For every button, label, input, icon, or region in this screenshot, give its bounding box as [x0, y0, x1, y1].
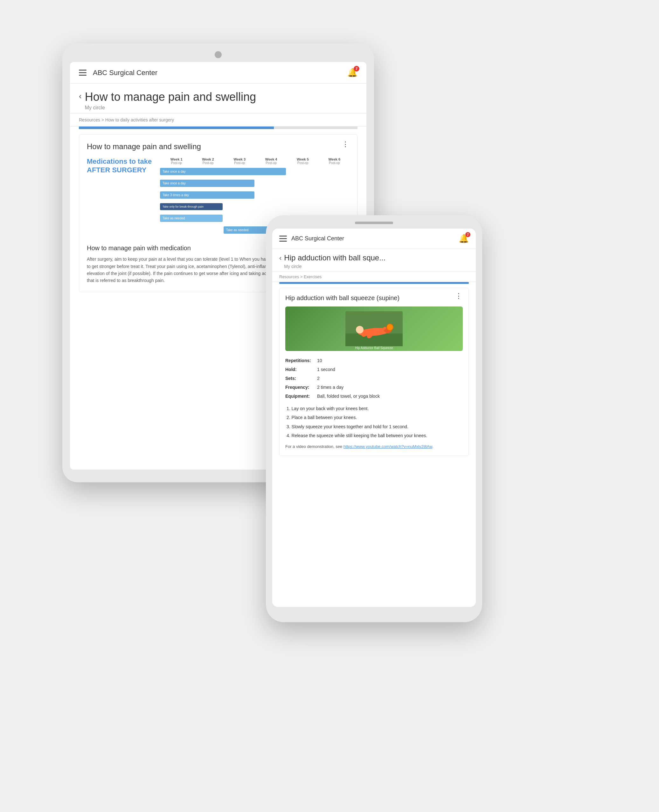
phone-card: Hip adduction with ball squeeze (supine)… — [279, 288, 469, 456]
phone-header-left: ABC Surgical Center — [279, 235, 344, 242]
exercise-instructions: 1. Lay on your back with your knees bent… — [285, 405, 463, 439]
breadcrumb: Resources > How to daily activities afte… — [70, 113, 366, 126]
phone-screen: ABC Surgical Center 🔔 7 ‹ Hip adduction … — [272, 228, 476, 607]
instruction-3: 3. Slowly squeeze your knees together an… — [285, 423, 463, 430]
phone-breadcrumb: Resources > Exercises — [272, 272, 476, 282]
progress-bar-fill — [79, 126, 274, 129]
med-pill-constipation: Take as needed — [160, 215, 222, 222]
exercise-illustration — [345, 311, 403, 346]
frequency-label: Frequency: — [285, 383, 317, 392]
sets-row: Sets: 2 — [285, 374, 463, 383]
phone-card-header: Hip adduction with ball squeeze (supine)… — [285, 294, 463, 302]
content-card-header: How to manage pain and swelling ⋮ — [87, 142, 350, 151]
med-row-anti-inflammatory: Take once a day — [160, 179, 350, 187]
back-row: ‹ How to manage pain and swelling My cir… — [79, 90, 358, 111]
svg-point-3 — [356, 326, 364, 334]
med-row-anticoagulant: Take once a day — [160, 168, 350, 175]
tablet-camera — [215, 51, 222, 58]
app-name: ABC Surgical Center — [93, 69, 158, 77]
sets-label: Sets: — [285, 374, 317, 383]
menu-icon[interactable] — [79, 70, 87, 76]
repetitions-label: Repetitions: — [285, 356, 317, 365]
video-link-suffix: . — [432, 444, 434, 449]
med-pill-acetaminophen: Take 3 times a day — [160, 191, 254, 199]
instruction-4: 4. Release the squeeze while still keepi… — [285, 432, 463, 439]
more-options-button[interactable]: ⋮ — [342, 142, 350, 146]
instruction-1: 1. Lay on your back with your knees bent… — [285, 405, 463, 412]
week-col-4: Week 4 Post-op — [256, 157, 286, 165]
phone-more-options-button[interactable]: ⋮ — [455, 294, 463, 298]
svg-point-4 — [387, 324, 393, 330]
med-pill-anti-inflammatory: Take once a day — [160, 179, 254, 187]
exercise-details: Repetitions: 10 Hold: 1 second Sets: 2 — [285, 356, 463, 401]
med-pill-anticoagulant: Take once a day — [160, 168, 286, 175]
phone-header: ABC Surgical Center 🔔 7 — [272, 228, 476, 249]
phone-progress-container — [279, 282, 469, 284]
phone-app-name: ABC Surgical Center — [291, 235, 344, 242]
progress-bar-container — [79, 126, 358, 129]
phone-content: Hip adduction with ball squeeze (supine)… — [272, 288, 476, 607]
med-row-acetaminophen: Take 3 times a day — [160, 191, 350, 199]
med-pill-narcotic: Take only for break-through pain — [160, 203, 222, 210]
video-link-section: For a video demonstration, see https://w… — [285, 444, 463, 450]
notification-badge: 7 — [354, 66, 359, 72]
phone-back-button[interactable]: ‹ — [279, 254, 281, 262]
meds-heading-line2: AFTER SURGERY — [87, 166, 146, 174]
week-col-1: Week 1 Post-op — [161, 157, 191, 165]
hold-value: 1 second — [317, 365, 335, 374]
phone-device: ABC Surgical Center 🔔 7 ‹ Hip adduction … — [266, 215, 482, 622]
exercise-image-label: Hip Adductor Ball Squeeze — [355, 346, 393, 350]
content-card-title: How to manage pain and swelling — [87, 142, 201, 151]
notification-bell[interactable]: 🔔 7 — [347, 68, 358, 77]
repetitions-row: Repetitions: 10 — [285, 356, 463, 365]
tablet-header-left: ABC Surgical Center — [79, 69, 158, 77]
frequency-value: 2 times a day — [317, 383, 344, 392]
hold-row: Hold: 1 second — [285, 365, 463, 374]
meds-heading-line1: Medications to take — [87, 157, 152, 165]
equipment-value: Ball, folded towel, or yoga block — [317, 392, 380, 401]
hold-label: Hold: — [285, 365, 317, 374]
sets-value: 2 — [317, 374, 320, 383]
repetitions-value: 10 — [317, 356, 322, 365]
equipment-label: Equipment: — [285, 392, 317, 401]
phone-notification-bell[interactable]: 🔔 7 — [459, 234, 469, 244]
phone-progress-fill — [279, 282, 469, 284]
week-col-3: Week 3 Post-op — [225, 157, 255, 165]
phone-notification-badge: 7 — [465, 232, 470, 237]
phone-menu-icon[interactable] — [279, 236, 287, 242]
back-button[interactable]: ‹ — [79, 91, 82, 101]
tablet-title-area: ‹ How to manage pain and swelling My cir… — [70, 83, 366, 113]
phone-speaker — [355, 222, 393, 224]
page-subtitle: My circle — [85, 105, 256, 111]
week-col-5: Week 5 Post-op — [287, 157, 318, 165]
med-row-narcotic: Take only for break-through pain — [160, 203, 350, 210]
video-link-prefix: For a video demonstration, see — [285, 444, 344, 449]
video-link[interactable]: https://www.youtube.com/watch?v=nuMxlv2i… — [344, 444, 432, 449]
phone-page-subtitle: My circle — [284, 264, 385, 269]
exercise-image: Hip Adductor Ball Squeeze — [285, 307, 463, 351]
meds-heading: Medications to take AFTER SURGERY — [87, 157, 160, 174]
week-col-6: Week 6 Post-op — [319, 157, 350, 165]
equipment-row: Equipment: Ball, folded towel, or yoga b… — [285, 392, 463, 401]
frequency-row: Frequency: 2 times a day — [285, 383, 463, 392]
phone-title-area: ‹ Hip adduction with ball sque... My cir… — [272, 249, 476, 272]
phone-back-row: ‹ Hip adduction with ball sque... My cir… — [279, 253, 469, 269]
phone-page-title: Hip adduction with ball sque... — [284, 253, 385, 263]
week-col-2: Week 2 Post-op — [193, 157, 223, 165]
phone-card-title: Hip adduction with ball squeeze (supine) — [285, 294, 399, 302]
page-title: How to manage pain and swelling — [85, 90, 256, 104]
week-headers: Week 1 Post-op Week 2 Post-op Week 3 Pos… — [160, 157, 350, 165]
instruction-2: 2. Place a ball between your knees. — [285, 414, 463, 421]
meds-left-panel: Medications to take AFTER SURGERY — [87, 157, 160, 238]
tablet-header: ABC Surgical Center 🔔 7 — [70, 62, 366, 83]
